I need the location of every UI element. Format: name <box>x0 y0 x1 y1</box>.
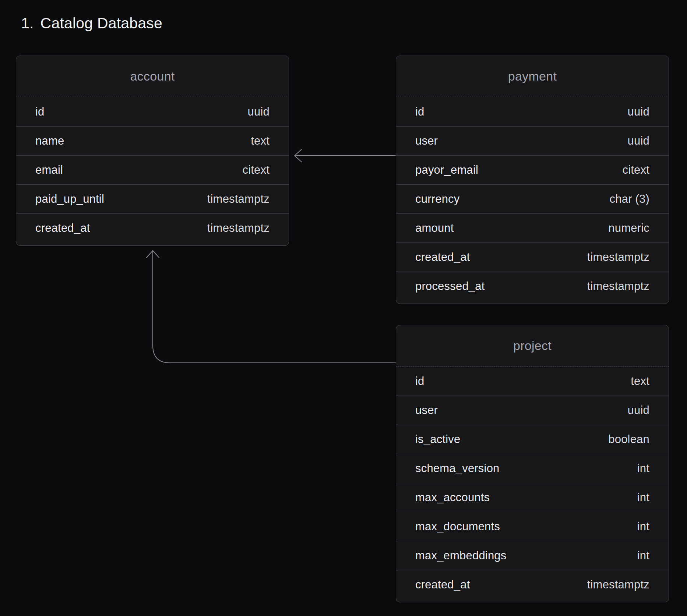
arrowhead-left-icon <box>295 149 302 162</box>
table-rows: id uuid name text email citext paid_up_u… <box>16 97 289 245</box>
table-row: currency char (3) <box>396 184 669 213</box>
table-row: max_documents int <box>396 512 669 541</box>
column-name: id <box>415 105 424 118</box>
column-name: created_at <box>35 222 90 235</box>
table-row: name text <box>16 126 289 155</box>
column-type: uuid <box>628 404 649 417</box>
column-type: uuid <box>628 134 649 148</box>
column-name: amount <box>415 222 454 235</box>
column-type: text <box>631 375 649 388</box>
column-type: timestamptz <box>587 251 649 264</box>
table-row: processed_at timestamptz <box>396 272 669 301</box>
table-row: created_at timestamptz <box>396 242 669 272</box>
table-row: id text <box>396 367 669 396</box>
column-type: citext <box>242 163 269 177</box>
edge-line <box>153 251 396 363</box>
column-type: char (3) <box>610 192 649 206</box>
column-name: payor_email <box>415 163 478 177</box>
column-type: int <box>637 549 649 562</box>
erd-canvas: 1. Catalog Database account id uuid name… <box>0 0 687 616</box>
column-type: citext <box>622 163 649 177</box>
table-row: max_embeddings int <box>396 541 669 570</box>
column-name: id <box>35 105 45 118</box>
column-name: created_at <box>415 251 470 264</box>
table-row: max_accounts int <box>396 483 669 512</box>
table-row: payor_email citext <box>396 155 669 184</box>
table-row: amount numeric <box>396 213 669 242</box>
table-rows: id text user uuid is_active boolean sche… <box>396 367 669 602</box>
table-row: schema_version int <box>396 454 669 483</box>
page-title-text: Catalog Database <box>40 15 162 32</box>
column-type: int <box>637 462 649 475</box>
column-name: user <box>415 134 438 148</box>
table-row: id uuid <box>396 97 669 126</box>
column-type: uuid <box>248 105 269 118</box>
column-type: boolean <box>608 433 649 446</box>
column-name: user <box>415 404 438 417</box>
table-row: id uuid <box>16 97 289 126</box>
column-type: int <box>637 491 649 504</box>
table-header: account <box>16 56 289 97</box>
column-name: max_embeddings <box>415 549 507 562</box>
arrowhead-up-icon <box>147 251 159 258</box>
table-row: created_at timestamptz <box>396 570 669 599</box>
table-rows: id uuid user uuid payor_email citext cur… <box>396 97 669 304</box>
table-row: created_at timestamptz <box>16 213 289 242</box>
table-card-account[interactable]: account id uuid name text email citext p… <box>16 56 289 246</box>
column-type: timestamptz <box>207 222 269 235</box>
table-header: payment <box>396 56 669 97</box>
column-name: currency <box>415 192 459 206</box>
column-type: timestamptz <box>587 280 649 293</box>
column-name: max_accounts <box>415 491 490 504</box>
table-header: project <box>396 325 669 367</box>
column-name: email <box>35 163 63 177</box>
column-type: numeric <box>608 222 649 235</box>
table-card-payment[interactable]: payment id uuid user uuid payor_email ci… <box>396 56 669 304</box>
table-card-project[interactable]: project id text user uuid is_active bool… <box>396 325 669 602</box>
column-name: name <box>35 134 64 148</box>
table-row: user uuid <box>396 396 669 425</box>
column-type: text <box>251 134 269 148</box>
edge-payment-to-account <box>295 149 396 162</box>
column-name: max_documents <box>415 520 500 533</box>
page-title: 1. Catalog Database <box>21 15 162 32</box>
column-name: created_at <box>415 578 470 591</box>
edge-project-to-account <box>147 251 396 363</box>
column-type: timestamptz <box>587 578 649 591</box>
table-row: paid_up_until timestamptz <box>16 184 289 213</box>
column-name: id <box>415 375 424 388</box>
page-title-marker: 1. <box>21 15 34 32</box>
column-name: schema_version <box>415 462 500 475</box>
column-type: timestamptz <box>207 192 269 206</box>
table-row: user uuid <box>396 126 669 155</box>
column-name: is_active <box>415 433 460 446</box>
table-row: email citext <box>16 155 289 184</box>
column-type: uuid <box>628 105 649 118</box>
table-row: is_active boolean <box>396 425 669 454</box>
column-name: processed_at <box>415 280 485 293</box>
column-type: int <box>637 520 649 533</box>
column-name: paid_up_until <box>35 192 104 206</box>
